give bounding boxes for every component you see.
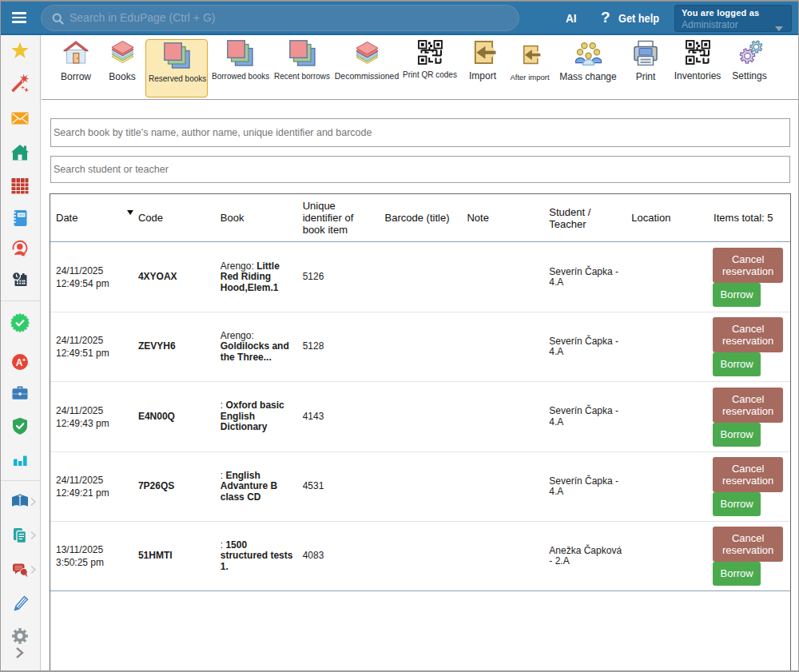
svg-text:+: + xyxy=(22,356,26,364)
